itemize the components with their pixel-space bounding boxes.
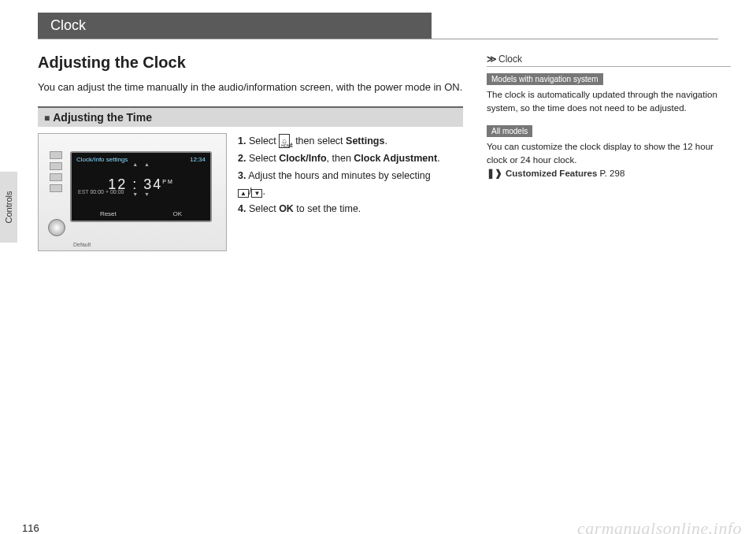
subheading-label: Adjusting the Time [53, 111, 152, 124]
step-2: 2. Select Clock/Info, then Clock Adjustm… [238, 150, 440, 166]
steps-list: 1. Select HOME, then select Settings. 2.… [238, 133, 440, 251]
device-knob [48, 219, 65, 236]
step-1: 1. Select HOME, then select Settings. [238, 133, 440, 149]
section-tab-label: Controls [4, 191, 13, 224]
page-header-title: Clock [38, 13, 432, 39]
screen-ok-button: OK [173, 210, 183, 217]
square-bullet-icon: ■ [44, 113, 50, 124]
page-number: 116 [22, 522, 39, 534]
ref-arrow-icon: ❚❱ [487, 169, 502, 178]
chevron-icon: ≫ [487, 54, 497, 65]
screen-reset-button: Reset [100, 210, 117, 217]
device-screen: Clock/Info settings 12:34 ▲ ▲ EST 00:00 … [70, 151, 212, 222]
sidebar-p2: You can customize the clock display to s… [487, 140, 731, 181]
down-keycap-icon: ▼ [251, 189, 262, 198]
device-side-buttons [50, 151, 62, 192]
intro-text: You can adjust the time manually in the … [38, 80, 463, 95]
sidebar-heading: ≫Clock [487, 54, 731, 67]
home-icon: HOME [279, 134, 290, 148]
step-4: 4. Select OK to set the time. [238, 201, 440, 217]
sidebar-p1: The clock is automatically updated throu… [487, 88, 731, 116]
step-3: 3. Adjust the hours and minutes by selec… [238, 168, 440, 199]
sidebar: ≫Clock Models with navigation system The… [487, 54, 731, 251]
section-tab: Controls [0, 172, 17, 243]
up-keycap-icon: ▲ [238, 189, 249, 198]
device-figure: Clock/Info settings 12:34 ▲ ▲ EST 00:00 … [38, 133, 227, 251]
watermark: carmanualsonline.info [577, 518, 742, 534]
screen-corner-time: 12:34 [190, 156, 206, 163]
screen-title: Clock/Info settings [76, 156, 128, 163]
screen-timezone: EST 00:00 + 00:00 [78, 189, 124, 195]
cross-reference: ❚❱Customized Features [487, 169, 600, 178]
section-title: Adjusting the Clock [38, 54, 463, 72]
tag-all-models: All models [487, 125, 532, 137]
tag-nav-models: Models with navigation system [487, 73, 603, 85]
figure-bottom-label: Default [73, 242, 91, 247]
subheading: ■Adjusting the Time [38, 106, 463, 127]
header-bar: Clock [38, 14, 718, 39]
